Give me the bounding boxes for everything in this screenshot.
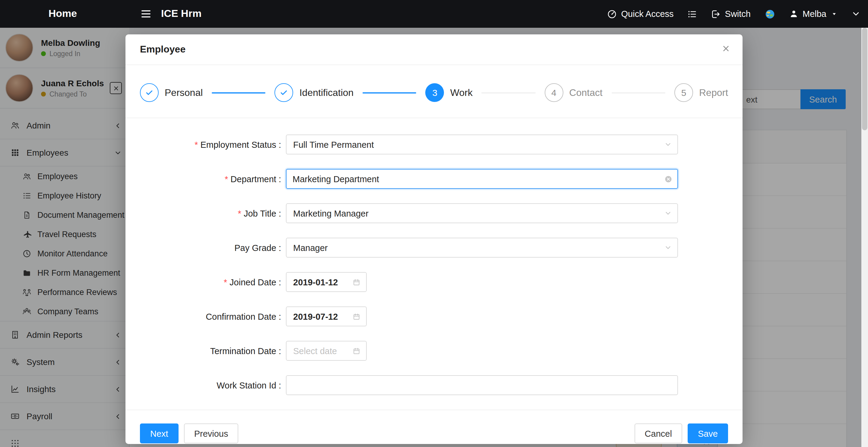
step-number: 4 bbox=[545, 83, 563, 102]
user-menu-label: Melba bbox=[803, 9, 826, 19]
employee-modal: Employee Personal Identification 3 bbox=[125, 34, 743, 444]
date-value: 2019-01-12 bbox=[293, 277, 338, 287]
save-button[interactable]: Save bbox=[688, 423, 728, 443]
previous-button[interactable]: Previous bbox=[184, 423, 239, 443]
step-report[interactable]: 5 Report bbox=[674, 83, 728, 102]
step-label: Work bbox=[450, 87, 473, 98]
cancel-button[interactable]: Cancel bbox=[634, 423, 682, 443]
termination-date-picker[interactable]: Select date bbox=[286, 341, 367, 361]
step-label: Contact bbox=[569, 87, 602, 98]
field-label: Confirmation Date bbox=[140, 311, 281, 321]
joined-date-picker[interactable]: 2019-01-12 bbox=[286, 272, 367, 292]
step-label: Identification bbox=[300, 87, 354, 98]
modal-footer: Next Previous Cancel Save bbox=[125, 410, 743, 447]
confirmation-date-picker[interactable]: 2019-07-12 bbox=[286, 306, 367, 326]
hamburger-icon bbox=[140, 8, 152, 20]
employment-status-select[interactable]: Full Time Permanent bbox=[286, 135, 678, 154]
date-placeholder: Select date bbox=[293, 346, 337, 356]
form-row-pay-grade: Pay Grade Manager bbox=[140, 238, 728, 258]
modal-close-button[interactable] bbox=[721, 43, 731, 53]
work-station-id-input[interactable] bbox=[286, 375, 678, 395]
tasks-button[interactable] bbox=[687, 9, 697, 19]
page-scrollbar[interactable] bbox=[861, 28, 868, 447]
quick-access-label: Quick Access bbox=[621, 9, 674, 19]
field-label: Termination Date bbox=[140, 346, 281, 356]
step-personal[interactable]: Personal bbox=[140, 83, 203, 102]
nav-home-link[interactable]: Home bbox=[0, 8, 125, 20]
user-menu-button[interactable]: Melba bbox=[789, 9, 838, 19]
quick-access-button[interactable]: Quick Access bbox=[607, 9, 674, 19]
caret-down-icon bbox=[831, 10, 838, 18]
pay-grade-select[interactable]: Manager bbox=[286, 238, 678, 258]
nav-left-group: ICE Hrm bbox=[140, 8, 202, 20]
nav-right-group: Quick Access Switch Melba bbox=[607, 8, 861, 20]
step-label: Personal bbox=[165, 87, 203, 98]
scrollbar-thumb[interactable] bbox=[862, 28, 867, 130]
user-icon bbox=[789, 9, 798, 19]
tasks-list-icon bbox=[687, 9, 697, 19]
form-row-termination-date: Termination Date Select date bbox=[140, 341, 728, 361]
step-contact[interactable]: 4 Contact bbox=[545, 83, 602, 102]
step-identification[interactable]: Identification bbox=[275, 83, 354, 102]
form-row-department: Department bbox=[140, 169, 728, 189]
select-value: Marketing Manager bbox=[293, 208, 369, 218]
switch-label: Switch bbox=[725, 9, 751, 19]
switch-user-button[interactable]: Switch bbox=[711, 9, 751, 19]
step-connector bbox=[363, 92, 416, 93]
step-number: 5 bbox=[674, 83, 693, 102]
department-input[interactable] bbox=[286, 169, 678, 189]
form-row-confirmation-date: Confirmation Date 2019-07-12 bbox=[140, 306, 728, 326]
check-icon bbox=[145, 88, 154, 97]
select-value: Full Time Permanent bbox=[293, 140, 374, 149]
navbar-collapse-button[interactable] bbox=[851, 9, 861, 19]
next-button[interactable]: Next bbox=[140, 423, 179, 443]
quick-access-icon bbox=[607, 9, 617, 19]
step-number: 3 bbox=[426, 83, 444, 102]
job-title-select[interactable]: Marketing Manager bbox=[286, 203, 678, 223]
work-form: Employment Status Full Time Permanent De… bbox=[125, 118, 743, 410]
step-finish-icon bbox=[275, 83, 293, 102]
field-label: Employment Status bbox=[140, 140, 281, 149]
field-label: Pay Grade bbox=[140, 243, 281, 252]
clear-field-button[interactable] bbox=[664, 175, 673, 183]
chevron-down-icon bbox=[664, 244, 672, 251]
date-value: 2019-07-12 bbox=[293, 311, 338, 321]
step-finish-icon bbox=[140, 83, 159, 102]
calendar-icon bbox=[352, 347, 361, 355]
select-value: Manager bbox=[293, 243, 328, 252]
field-label: Department bbox=[140, 174, 281, 184]
step-connector bbox=[612, 92, 665, 93]
modal-header: Employee bbox=[125, 34, 743, 65]
form-row-employment-status: Employment Status Full Time Permanent bbox=[140, 135, 728, 154]
modal-title: Employee bbox=[140, 44, 728, 55]
steps-wizard: Personal Identification 3 Work 4 Contact bbox=[125, 65, 743, 118]
chevron-down-icon bbox=[851, 9, 861, 19]
step-connector bbox=[212, 92, 266, 93]
form-row-job-title: Job Title Marketing Manager bbox=[140, 203, 728, 223]
calendar-icon bbox=[352, 278, 361, 286]
step-work[interactable]: 3 Work bbox=[426, 83, 473, 102]
clear-circle-icon bbox=[664, 175, 673, 183]
step-connector bbox=[482, 92, 535, 93]
field-label: Joined Date bbox=[140, 277, 281, 287]
app-root: Home ICE Hrm Quick Access Switch bbox=[0, 0, 868, 447]
globe-icon bbox=[764, 8, 775, 20]
language-globe-button[interactable] bbox=[764, 8, 775, 20]
field-label: Job Title bbox=[140, 208, 281, 218]
chevron-down-icon bbox=[664, 209, 672, 217]
top-navbar: Home ICE Hrm Quick Access Switch bbox=[0, 0, 868, 28]
department-field bbox=[286, 169, 678, 189]
switch-icon bbox=[711, 9, 721, 19]
menu-toggle-button[interactable] bbox=[140, 8, 152, 20]
chevron-down-icon bbox=[664, 141, 672, 148]
check-icon bbox=[280, 88, 289, 97]
app-title: ICE Hrm bbox=[161, 8, 202, 20]
field-label: Work Station Id bbox=[140, 380, 281, 390]
close-icon bbox=[721, 44, 731, 53]
step-label: Report bbox=[699, 87, 728, 98]
form-row-joined-date: Joined Date 2019-01-12 bbox=[140, 272, 728, 292]
form-row-work-station-id: Work Station Id bbox=[140, 375, 728, 395]
calendar-icon bbox=[352, 312, 361, 321]
